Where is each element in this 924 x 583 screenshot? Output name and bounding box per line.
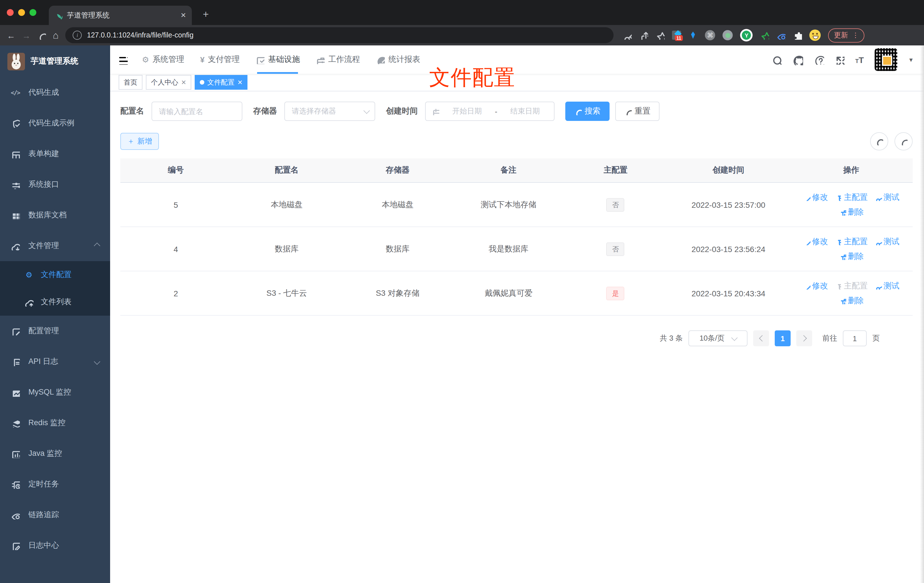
- page-size-select[interactable]: 10条/页: [688, 330, 747, 346]
- prev-page-button[interactable]: [753, 330, 769, 346]
- nav-item-payment[interactable]: ¥ 支付管理: [198, 45, 241, 74]
- tags-view-bar: 首页 个人中心 ✕ 文件配置 ✕: [110, 74, 924, 91]
- back-button[interactable]: ←: [7, 31, 15, 40]
- edit-button[interactable]: 修改: [803, 192, 828, 202]
- delete-button[interactable]: 删除: [839, 296, 864, 306]
- extension-eye-icon[interactable]: [777, 31, 786, 40]
- edit-square-icon: [11, 326, 20, 335]
- browser-update-button[interactable]: 更新 ⋮: [828, 28, 865, 42]
- tab-close-icon[interactable]: ✕: [180, 12, 186, 19]
- edit-button[interactable]: 修改: [803, 236, 828, 247]
- bookmark-star-icon[interactable]: [656, 31, 665, 40]
- tag-file-config[interactable]: 文件配置 ✕: [195, 75, 248, 90]
- password-key-icon[interactable]: [623, 31, 632, 40]
- search-icon[interactable]: [771, 55, 782, 65]
- close-window-button[interactable]: [7, 9, 13, 16]
- sidebar-item-system-api[interactable]: 系统接口: [0, 169, 110, 200]
- sidebar-item-code-example[interactable]: 代码生成示例: [0, 108, 110, 139]
- calendar-icon: [431, 107, 439, 115]
- help-icon[interactable]: [814, 55, 824, 65]
- delete-button[interactable]: 删除: [839, 207, 864, 217]
- tag-home[interactable]: 首页: [119, 75, 142, 90]
- sidebar-item-file-list[interactable]: 文件列表: [0, 288, 110, 315]
- col-master: 主配置: [564, 159, 667, 183]
- extension-star-icon[interactable]: [760, 31, 769, 40]
- minimize-window-button[interactable]: [18, 9, 25, 16]
- extension-emoji-icon[interactable]: [810, 30, 821, 41]
- sidebar-item-mysql-monitor[interactable]: MySQL 监控: [0, 377, 110, 408]
- extension-y-icon[interactable]: Y: [741, 29, 753, 41]
- sidebar-item-log-center[interactable]: 日志中心: [0, 530, 110, 561]
- share-icon[interactable]: [639, 31, 648, 40]
- extension-gray-dot-icon[interactable]: [723, 30, 733, 40]
- home-button[interactable]: ⌂: [53, 30, 59, 40]
- fullscreen-icon[interactable]: [835, 55, 845, 64]
- extensions-puzzle-icon[interactable]: [793, 31, 802, 40]
- col-remark: 备注: [453, 159, 564, 183]
- config-name-input[interactable]: [152, 102, 242, 121]
- sidebar-group-api-log[interactable]: API 日志: [0, 346, 110, 377]
- tab-favicon-plant-icon: [54, 12, 63, 19]
- extension-badge: 11: [675, 35, 683, 41]
- reset-button[interactable]: 重置: [615, 102, 660, 121]
- nav-item-system[interactable]: ⚙ 系统管理: [140, 45, 186, 74]
- sidebar-item-form-builder[interactable]: 表单构建: [0, 139, 110, 169]
- date-range-picker[interactable]: 开始日期 - 结束日期: [425, 102, 554, 121]
- delete-button[interactable]: 删除: [839, 251, 864, 261]
- sidebar-item-java-monitor[interactable]: Java 监控: [0, 438, 110, 469]
- edit-button[interactable]: 修改: [803, 281, 828, 291]
- current-page[interactable]: 1: [775, 330, 790, 346]
- test-button[interactable]: 测试: [874, 281, 899, 291]
- nav-item-workflow[interactable]: 工作流程: [314, 45, 362, 74]
- reload-button[interactable]: [38, 31, 46, 40]
- url-text: 127.0.0.1:1024/infra/file/file-config: [87, 31, 193, 39]
- sidebar-collapse-icon[interactable]: [117, 55, 128, 65]
- add-button[interactable]: ＋ 新增: [120, 133, 159, 150]
- test-button[interactable]: 测试: [874, 192, 899, 202]
- caret-down-icon[interactable]: ▼: [908, 56, 914, 63]
- address-bar[interactable]: i 127.0.0.1:1024/infra/file/file-config: [66, 27, 614, 43]
- github-icon[interactable]: [792, 54, 803, 65]
- site-info-icon[interactable]: i: [73, 31, 82, 40]
- nav-item-reports[interactable]: 统计报表: [374, 45, 422, 74]
- storage-select[interactable]: 请选择存储器: [284, 102, 375, 121]
- sidebar-item-db-doc[interactable]: 数据库文档: [0, 200, 110, 231]
- sidebar-item-redis-monitor[interactable]: Redis 监控: [0, 408, 110, 438]
- forward-button[interactable]: →: [22, 31, 31, 40]
- tag-profile[interactable]: 个人中心 ✕: [146, 75, 191, 90]
- extension-kite-icon[interactable]: [689, 31, 698, 40]
- sidebar-item-config-management[interactable]: 配置管理: [0, 315, 110, 346]
- set-master-button[interactable]: 主配置: [835, 192, 868, 202]
- sidebar-item-code-generation[interactable]: </> 代码生成: [0, 77, 110, 108]
- update-label: 更新: [834, 30, 848, 40]
- sidebar-group-file-management[interactable]: 文件管理: [0, 231, 110, 261]
- close-icon[interactable]: ✕: [181, 79, 186, 86]
- close-icon[interactable]: ✕: [237, 79, 243, 86]
- maximize-window-button[interactable]: [30, 9, 36, 16]
- browser-tab[interactable]: 芋道管理系统 ✕: [49, 6, 192, 25]
- show-search-toggle-button[interactable]: [870, 132, 888, 150]
- date-start-placeholder[interactable]: 开始日期: [444, 106, 490, 116]
- browser-toolbar: ← → ⌂ i 127.0.0.1:1024/infra/file/file-c…: [0, 25, 924, 45]
- test-button[interactable]: 测试: [874, 236, 899, 247]
- new-tab-button[interactable]: ＋: [201, 7, 211, 20]
- nav-item-infrastructure[interactable]: 基础设施: [254, 45, 302, 74]
- status-badge: 否: [606, 242, 625, 256]
- sidebar-item-trace[interactable]: 链路追踪: [0, 500, 110, 530]
- browser-menu-icon[interactable]: ⋮: [852, 31, 859, 39]
- extension-pinned-icon[interactable]: 11: [672, 31, 681, 40]
- date-end-placeholder[interactable]: 结束日期: [502, 106, 548, 116]
- font-size-icon[interactable]: TT: [855, 55, 864, 64]
- refresh-table-button[interactable]: [894, 132, 912, 150]
- extension-command-icon[interactable]: ⌘: [705, 30, 715, 40]
- set-master-button[interactable]: 主配置: [835, 236, 868, 247]
- app-logo[interactable]: 芋道管理系统: [0, 45, 110, 77]
- sidebar-item-scheduled-tasks[interactable]: 定时任务: [0, 469, 110, 500]
- chevron-down-icon: [731, 334, 738, 341]
- col-storage: 存储器: [342, 159, 453, 183]
- goto-page-input[interactable]: [843, 330, 867, 346]
- next-page-button[interactable]: [796, 330, 812, 346]
- avatar-qr[interactable]: [874, 48, 897, 71]
- search-button[interactable]: 搜索: [565, 102, 610, 121]
- sidebar-item-file-config[interactable]: ⚙ 文件配置: [0, 261, 110, 288]
